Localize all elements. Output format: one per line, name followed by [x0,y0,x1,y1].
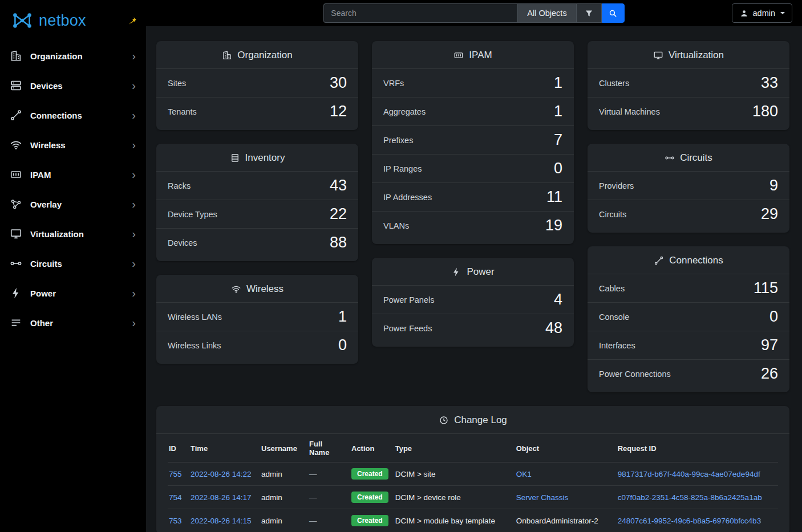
card-title: Power [467,266,494,278]
stat-value[interactable]: 7 [554,132,562,148]
stat-label[interactable]: Device Types [168,210,217,219]
stat-value[interactable]: 9 [769,178,778,193]
stat-value[interactable]: 29 [761,206,778,222]
sidebar-item-connections[interactable]: Connections › [0,100,146,130]
stat-value[interactable]: 0 [769,309,778,324]
stat-power-panels: Power Panels 4 [372,285,574,314]
stat-label[interactable]: Power Feeds [383,324,432,333]
change-id-link[interactable]: 755 [169,470,182,478]
stat-label[interactable]: Interfaces [599,341,635,350]
sidebar-item-wireless[interactable]: Wireless › [0,130,146,160]
filter-button[interactable] [577,3,602,23]
stat-value[interactable]: 48 [545,320,562,336]
change-id-link[interactable]: 754 [169,493,182,502]
stat-label[interactable]: IP Ranges [383,164,422,173]
card-title: Circuits [680,152,712,164]
sidebar-item-circuits[interactable]: Circuits › [0,249,146,278]
stat-label[interactable]: Tenants [168,107,197,116]
chevron-right-icon: › [132,287,136,299]
sidebar-item-virtualization[interactable]: Virtualization › [0,219,146,249]
request-id-link[interactable]: 24807c61-9952-49c6-b8a5-69760bfcc4b3 [618,517,761,525]
sidebar-item-ipam[interactable]: IPAM › [0,160,146,189]
sidebar-item-label: IPAM [30,170,124,180]
stat-prefixes: Prefixes 7 [372,125,574,154]
request-id-link[interactable]: c07f0ab2-2351-4c58-825a-8b6a2425a1ab [618,493,762,502]
stat-label[interactable]: Devices [168,238,197,247]
pin-sidebar-icon[interactable] [128,17,137,25]
change-time-link[interactable]: 2022-08-26 14:17 [191,493,252,502]
inventory-icon [230,153,240,163]
stat-value[interactable]: 1 [338,309,347,324]
sidebar-item-devices[interactable]: Devices › [0,71,146,100]
stat-value[interactable]: 0 [554,161,562,176]
stat-label[interactable]: Virtual Machines [599,107,660,116]
stat-value[interactable]: 26 [761,366,778,381]
stat-value[interactable]: 180 [752,104,778,119]
change-type: DCIM > device role [395,493,461,502]
stat-racks: Racks 43 [156,171,358,200]
sidebar-item-other[interactable]: Other › [0,308,146,338]
stat-vlans: VLANs 19 [372,211,574,239]
stat-label[interactable]: Circuits [599,210,626,219]
stat-value[interactable]: 88 [330,235,347,250]
devices-icon [10,79,22,92]
change-object-link[interactable]: OK1 [516,470,532,478]
stat-virtual-machines: Virtual Machines 180 [588,97,789,125]
search-input[interactable] [323,3,517,23]
user-menu-button[interactable]: admin [732,3,793,23]
stat-label[interactable]: Racks [168,181,191,190]
search-button[interactable] [602,3,625,23]
change-time-link[interactable]: 2022-08-26 14:15 [191,517,252,525]
stat-label[interactable]: VRFs [383,79,404,88]
stat-value[interactable]: 33 [761,75,778,91]
stat-value[interactable]: 1 [554,75,562,91]
stat-label[interactable]: Power Panels [383,295,434,304]
netbox-home-link[interactable]: netbox [0,0,146,41]
change-id-link[interactable]: 753 [169,517,182,525]
changelog-row: 753 2022-08-26 14:15 admin — Created DCI… [168,509,778,532]
stat-label[interactable]: Clusters [599,79,629,88]
stat-label[interactable]: Wireless LANs [168,312,222,322]
change-object-link[interactable]: Server Chassis [516,493,569,502]
stat-value[interactable]: 12 [330,104,347,119]
sidebar-item-label: Other [30,318,124,328]
object-type-dropdown[interactable]: All Objects [517,3,576,23]
other-icon [10,316,22,329]
stat-label[interactable]: Sites [168,79,186,88]
stat-value[interactable]: 30 [330,75,347,91]
stat-value[interactable]: 19 [545,218,562,233]
chevron-right-icon: › [132,139,136,151]
chevron-right-icon: › [132,198,136,210]
stat-clusters: Clusters 33 [588,68,789,97]
stat-label[interactable]: VLANs [383,221,409,230]
stat-label[interactable]: Providers [599,181,634,190]
stat-label[interactable]: Cables [599,284,625,293]
stat-value[interactable]: 43 [330,178,347,193]
stat-label[interactable]: Aggregates [383,107,426,116]
sidebar-item-overlay[interactable]: Overlay › [0,189,146,219]
stat-value[interactable]: 11 [546,189,562,205]
stat-label[interactable]: Wireless Links [168,341,221,350]
card-header: Power [372,258,574,285]
sidebar-item-organization[interactable]: Organization › [0,41,146,71]
card-header: Change Log [156,406,789,434]
request-id-link[interactable]: 9817317d-b67f-440a-99ca-4ae07ede94df [618,470,760,478]
stat-label[interactable]: Console [599,312,629,322]
main-area: All Objects admin Organization [146,0,802,532]
stat-label[interactable]: Prefixes [383,136,413,145]
stat-value[interactable]: 115 [754,281,778,296]
stat-value[interactable]: 97 [761,338,778,353]
stat-value[interactable]: 1 [554,104,562,119]
changelog-table-wrapper: ID Time Username Full Name Action Type O… [156,434,789,532]
dashboard-column-1: Organization Sites 30 Tenants 12 [156,41,358,364]
stat-label[interactable]: IP Addresses [383,193,432,202]
stat-label[interactable]: Power Connections [599,369,671,379]
stat-value[interactable]: 4 [554,292,562,307]
sidebar-item-label: Virtualization [30,229,124,239]
change-time-link[interactable]: 2022-08-26 14:22 [191,470,252,478]
change-full-name: — [309,470,317,478]
stat-value[interactable]: 0 [338,338,347,353]
change-username: admin [261,493,282,502]
stat-value[interactable]: 22 [330,206,347,222]
sidebar-item-power[interactable]: Power › [0,278,146,308]
